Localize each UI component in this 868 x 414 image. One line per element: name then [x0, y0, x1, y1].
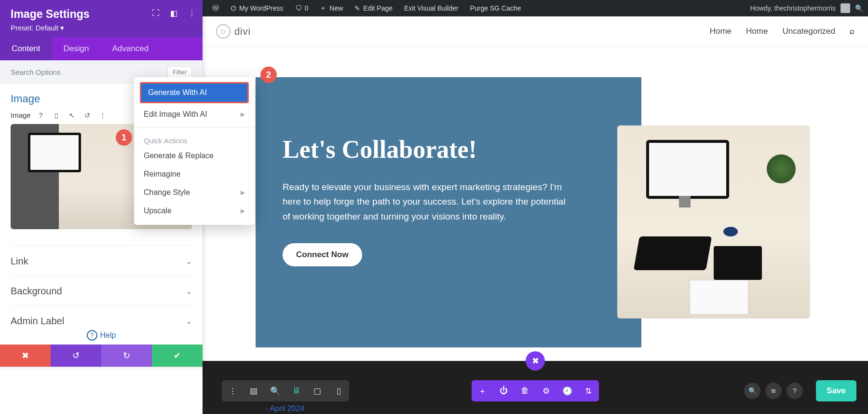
builder-bar: ✖ ⋮ ▤ 🔍 🖥 ▢ ▯ ＋ ⏻ 🗑 ⚙ 🕘 ⇅ 🔍 ≋ ? Save Apr… — [203, 361, 868, 414]
bar-wireframe-icon[interactable]: ▤ — [243, 380, 264, 401]
hero-cta-button[interactable]: Connect Now — [283, 243, 362, 266]
menu-generate-with-ai[interactable]: Generate With AI — [140, 82, 249, 103]
hero-body: Ready to elevate your business with expe… — [283, 180, 572, 224]
field-menu-icon[interactable]: ⋮ — [97, 111, 108, 119]
chevron-right-icon: ▶ — [241, 111, 245, 118]
panel-undo-button[interactable]: ↺ — [51, 345, 101, 367]
nav-home-2[interactable]: Home — [746, 27, 768, 36]
menu-upscale[interactable]: Upscale▶ — [134, 202, 255, 220]
bar-power-icon[interactable]: ⏻ — [493, 380, 514, 401]
wpbar-new[interactable]: ＋New — [315, 4, 348, 13]
panel-footer: ✖ ↺ ↻ ✔ — [0, 345, 203, 367]
bar-trash-icon[interactable]: 🗑 — [514, 380, 535, 401]
field-image-label: Image — [11, 111, 31, 119]
callout-2: 2 — [260, 67, 277, 83]
hero-image — [617, 125, 810, 318]
hero-title: Let's Collaborate! — [283, 135, 614, 164]
bar-sort-icon[interactable]: ⇅ — [578, 380, 599, 401]
menu-quick-actions-header: Quick Actions — [134, 132, 255, 147]
callout-1: 1 — [116, 129, 132, 146]
wpbar-howdy[interactable]: Howdy, thechristophermorris — [750, 4, 836, 12]
bar-history-icon[interactable]: 🕘 — [556, 380, 578, 401]
tab-design[interactable]: Design — [52, 37, 101, 60]
bar-search-icon[interactable]: 🔍 — [744, 383, 760, 399]
bar-layers-icon[interactable]: ≋ — [765, 383, 782, 399]
panel-tabs: Content Design Advanced — [0, 37, 203, 60]
avatar[interactable] — [841, 3, 850, 13]
bar-tablet-icon[interactable]: ▢ — [307, 380, 328, 401]
chevron-right-icon: ▶ — [241, 189, 245, 196]
menu-generate-replace[interactable]: Generate & Replace — [134, 147, 255, 165]
chevron-right-icon: ▶ — [241, 207, 245, 214]
archive-link[interactable]: April 2024 — [265, 404, 304, 413]
bar-phone-icon[interactable]: ▯ — [328, 380, 349, 401]
wpbar-purge-cache[interactable]: Purge SG Cache — [465, 4, 526, 12]
tab-advanced[interactable]: Advanced — [100, 37, 160, 60]
bar-desktop-icon[interactable]: 🖥 — [285, 380, 307, 401]
panel-save-button[interactable]: ✔ — [152, 345, 203, 367]
bar-settings-icon[interactable]: ⚙ — [535, 380, 556, 401]
panel-redo-button[interactable]: ↻ — [101, 345, 152, 367]
bar-zoom-icon[interactable]: 🔍 — [264, 380, 285, 401]
site-header: Ddivi Home Home Uncategorized ⌕ — [203, 16, 868, 47]
panel-cancel-button[interactable]: ✖ — [0, 345, 51, 367]
nav-uncategorized[interactable]: Uncategorized — [782, 27, 835, 36]
chevron-down-icon: ⌄ — [186, 317, 192, 326]
bar-help-icon[interactable]: ? — [787, 383, 803, 399]
chevron-down-icon: ⌄ — [186, 287, 192, 296]
accordion-background[interactable]: Background⌄ — [11, 276, 192, 305]
bar-add-icon[interactable]: ＋ — [472, 380, 493, 401]
search-options-input[interactable]: Search Options — [11, 68, 60, 76]
menu-change-style[interactable]: Change Style▶ — [134, 183, 255, 202]
builder-close-button[interactable]: ✖ — [526, 351, 545, 371]
expand-icon[interactable]: ⛶ — [152, 9, 160, 18]
mobile-icon[interactable]: ▯ — [51, 111, 62, 119]
filter-button[interactable]: Filter — [167, 66, 192, 78]
wpbar-exit-builder[interactable]: Exit Visual Builder — [399, 4, 463, 12]
wpbar-comments[interactable]: 🗨0 — [290, 4, 313, 12]
preset-dropdown[interactable]: Preset: Default ▾ — [11, 24, 192, 32]
accordion-link[interactable]: Link⌄ — [11, 246, 192, 276]
chevron-down-icon: ⌄ — [186, 257, 192, 266]
site-logo[interactable]: Ddivi — [216, 24, 251, 39]
tab-content[interactable]: Content — [0, 37, 52, 60]
hover-icon[interactable]: ↖ — [67, 111, 77, 119]
wpbar-dashboard[interactable]: ⌬My WordPress — [226, 4, 288, 12]
snap-icon[interactable]: ◧ — [170, 9, 177, 18]
wp-logo-icon[interactable]: ⓦ — [207, 4, 224, 13]
builder-save-button[interactable]: Save — [816, 380, 856, 401]
ai-menu: Generate With AI Edit Image With AI▶ Qui… — [134, 77, 255, 225]
wp-admin-bar: ⓦ ⌬My WordPress 🗨0 ＋New ✎Edit Page Exit … — [203, 0, 868, 16]
nav-search-icon[interactable]: ⌕ — [850, 27, 854, 36]
accordion-admin-label[interactable]: Admin Label⌄ — [11, 305, 192, 326]
help-icon[interactable]: ? — [36, 111, 46, 119]
menu-edit-image-with-ai[interactable]: Edit Image With AI▶ — [134, 105, 255, 124]
hero-section: Let's Collaborate! Ready to elevate your… — [256, 77, 641, 347]
panel-menu-icon[interactable]: ⋮ — [188, 9, 196, 18]
wpbar-search-icon[interactable]: 🔍 — [855, 4, 863, 12]
panel-help-link[interactable]: ?Help — [0, 326, 203, 345]
menu-reimagine[interactable]: Reimagine — [134, 165, 255, 183]
bar-menu-icon[interactable]: ⋮ — [222, 380, 243, 401]
nav-home-1[interactable]: Home — [710, 27, 732, 36]
wpbar-edit-page[interactable]: ✎Edit Page — [350, 4, 397, 12]
reset-icon[interactable]: ↺ — [82, 111, 93, 119]
